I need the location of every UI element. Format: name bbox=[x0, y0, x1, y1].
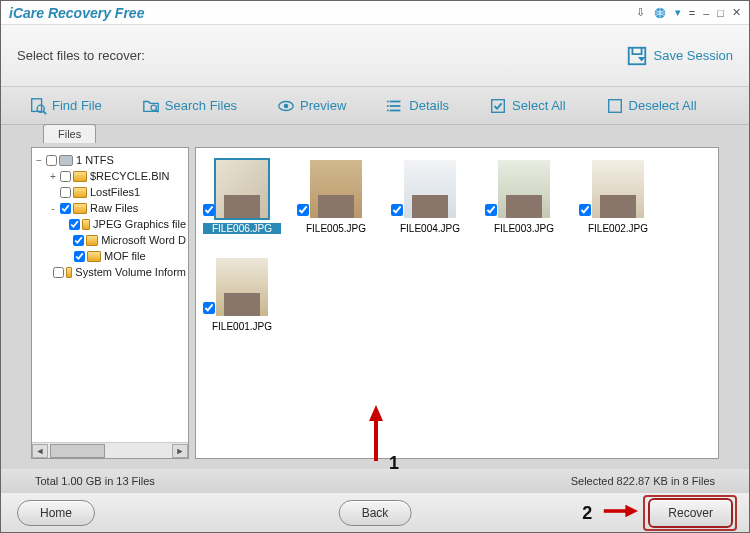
svg-marker-19 bbox=[626, 505, 639, 518]
status-total: Total 1.00 GB in 13 Files bbox=[35, 475, 155, 487]
tree-item-checkbox[interactable] bbox=[53, 267, 64, 278]
save-session-label: Save Session bbox=[654, 48, 734, 63]
svg-rect-16 bbox=[492, 99, 505, 112]
folder-icon bbox=[82, 219, 90, 230]
thumbnail[interactable]: FILE001.JPG bbox=[208, 256, 276, 332]
recover-button[interactable]: Recover bbox=[648, 498, 733, 528]
maximize-icon[interactable]: □ bbox=[717, 7, 724, 19]
folder-icon bbox=[66, 267, 72, 278]
deselect-all-label: Deselect All bbox=[629, 98, 697, 113]
folder-icon bbox=[86, 235, 98, 246]
svg-point-9 bbox=[284, 103, 289, 108]
scroll-left-icon[interactable]: ◄ bbox=[32, 444, 48, 458]
thumbnail[interactable]: FILE002.JPG bbox=[584, 158, 652, 234]
folder-icon bbox=[73, 171, 87, 182]
tree-item-checkbox[interactable] bbox=[69, 219, 80, 230]
footer: Home Back 2 Recover bbox=[1, 493, 749, 533]
search-files-button[interactable]: Search Files bbox=[142, 97, 237, 115]
tree-item-checkbox[interactable] bbox=[74, 251, 85, 262]
list-icon bbox=[386, 97, 404, 115]
thumbnail[interactable]: FILE006.JPG bbox=[208, 158, 276, 234]
find-file-label: Find File bbox=[52, 98, 102, 113]
select-all-label: Select All bbox=[512, 98, 565, 113]
find-icon bbox=[29, 97, 47, 115]
thumbnail-checkbox[interactable] bbox=[203, 204, 215, 216]
tree-item-label: Raw Files bbox=[90, 202, 138, 214]
details-button[interactable]: Details bbox=[386, 97, 449, 115]
preview-button[interactable]: Preview bbox=[277, 97, 346, 115]
tree-item-checkbox[interactable] bbox=[60, 203, 71, 214]
toolbar: Find File Search Files Preview Details S… bbox=[1, 87, 749, 125]
details-label: Details bbox=[409, 98, 449, 113]
header: Select files to recover: Save Session bbox=[1, 25, 749, 87]
close-icon[interactable]: ✕ bbox=[732, 6, 741, 19]
thumbnail-image bbox=[590, 158, 646, 220]
annotation-2-arrow bbox=[602, 502, 638, 524]
thumbnail-checkbox[interactable] bbox=[297, 204, 309, 216]
folder-icon bbox=[73, 187, 87, 198]
svg-rect-17 bbox=[608, 99, 621, 112]
tab-files[interactable]: Files bbox=[43, 124, 96, 143]
thumbnail-grid: FILE006.JPGFILE005.JPGFILE004.JPGFILE003… bbox=[208, 158, 706, 332]
tree-item[interactable]: System Volume Inform bbox=[34, 264, 186, 280]
tree-item[interactable]: JPEG Graphics file bbox=[34, 216, 186, 232]
tree-item[interactable]: Microsoft Word D bbox=[34, 232, 186, 248]
thumbnail-image bbox=[496, 158, 552, 220]
save-icon bbox=[626, 45, 648, 67]
back-button[interactable]: Back bbox=[339, 500, 412, 526]
tree-item[interactable]: LostFiles1 bbox=[34, 184, 186, 200]
thumbnail-checkbox[interactable] bbox=[579, 204, 591, 216]
tree-item-checkbox[interactable] bbox=[60, 187, 71, 198]
tree-item-checkbox[interactable] bbox=[60, 171, 71, 182]
tree-item-label: LostFiles1 bbox=[90, 186, 140, 198]
folder-icon bbox=[87, 251, 101, 262]
svg-line-5 bbox=[43, 111, 46, 114]
download-icon[interactable]: ⇩ bbox=[636, 6, 645, 19]
tree-root[interactable]: −1 NTFS bbox=[34, 152, 186, 168]
tree-scrollbar[interactable]: ◄ ► bbox=[32, 442, 188, 458]
tree-item-label: $RECYCLE.BIN bbox=[90, 170, 169, 182]
thumbnail-filename: FILE005.JPG bbox=[297, 223, 375, 234]
tree-item-checkbox[interactable] bbox=[73, 235, 84, 246]
home-button[interactable]: Home bbox=[17, 500, 95, 526]
tree-item[interactable]: +$RECYCLE.BIN bbox=[34, 168, 186, 184]
eye-icon bbox=[277, 97, 295, 115]
tree-root-checkbox[interactable] bbox=[46, 155, 57, 166]
search-files-label: Search Files bbox=[165, 98, 237, 113]
thumbnail[interactable]: FILE003.JPG bbox=[490, 158, 558, 234]
folder-icon bbox=[73, 203, 87, 214]
search-folder-icon bbox=[142, 97, 160, 115]
tree-panel: −1 NTFS +$RECYCLE.BINLostFiles1-Raw File… bbox=[31, 147, 189, 459]
thumbnail[interactable]: FILE005.JPG bbox=[302, 158, 370, 234]
tree-item-label: MOF file bbox=[104, 250, 146, 262]
svg-point-13 bbox=[387, 100, 389, 102]
folder-tree[interactable]: −1 NTFS +$RECYCLE.BINLostFiles1-Raw File… bbox=[32, 148, 188, 284]
thumbnails-panel: FILE006.JPGFILE005.JPGFILE004.JPGFILE003… bbox=[195, 147, 719, 459]
scroll-right-icon[interactable]: ► bbox=[172, 444, 188, 458]
tree-item[interactable]: -Raw Files bbox=[34, 200, 186, 216]
svg-rect-1 bbox=[628, 47, 645, 64]
statusbar: Total 1.00 GB in 13 Files Selected 822.8… bbox=[1, 469, 749, 493]
thumbnail-filename: FILE001.JPG bbox=[203, 321, 281, 332]
globe-icon[interactable] bbox=[653, 6, 667, 20]
select-all-button[interactable]: Select All bbox=[489, 97, 565, 115]
save-session-button[interactable]: Save Session bbox=[626, 45, 734, 67]
thumbnail-filename: FILE002.JPG bbox=[579, 223, 657, 234]
thumbnail-checkbox[interactable] bbox=[203, 302, 215, 314]
thumbnail-filename: FILE003.JPG bbox=[485, 223, 563, 234]
workspace: Files −1 NTFS +$RECYCLE.BINLostFiles1-Ra… bbox=[1, 125, 749, 469]
thumbnail-checkbox[interactable] bbox=[391, 204, 403, 216]
window-controls: ⇩ ▾ = – □ ✕ bbox=[636, 6, 741, 20]
scroll-thumb[interactable] bbox=[50, 444, 105, 458]
app-title: iCare Recovery Free bbox=[9, 5, 144, 21]
svg-point-15 bbox=[387, 109, 389, 111]
annotation-2-label: 2 bbox=[582, 503, 592, 524]
header-label: Select files to recover: bbox=[17, 48, 145, 63]
find-file-button[interactable]: Find File bbox=[29, 97, 102, 115]
thumbnail-checkbox[interactable] bbox=[485, 204, 497, 216]
thumbnail[interactable]: FILE004.JPG bbox=[396, 158, 464, 234]
minimize-icon[interactable]: – bbox=[703, 7, 709, 19]
deselect-all-button[interactable]: Deselect All bbox=[606, 97, 697, 115]
dropdown-icon[interactable]: ▾ bbox=[675, 6, 681, 19]
tree-item[interactable]: MOF file bbox=[34, 248, 186, 264]
